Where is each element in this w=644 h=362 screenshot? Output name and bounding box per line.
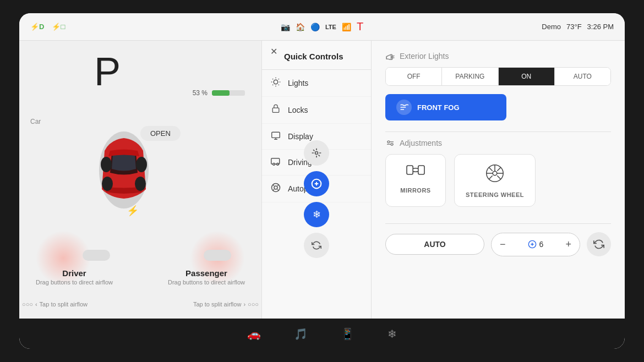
steering-label: STEERING WHEEL: [466, 191, 524, 198]
fog-icon: [396, 100, 412, 115]
quick-controls-title: Quick Controls: [262, 49, 371, 70]
fan-speed-value: 6: [539, 240, 544, 249]
lights-toggle-group: OFF PARKING ON AUTO: [385, 67, 611, 86]
nav-media-icon[interactable]: 🎵: [294, 327, 308, 341]
driver-seat-pill: [83, 250, 110, 261]
charge-icon-2: ⚡□: [52, 23, 65, 31]
dots-icon-left: ○○○: [22, 301, 33, 308]
mirrors-label: MIRRORS: [400, 187, 430, 194]
passenger-label-area: Passenger Drag buttons to direct airflow: [162, 268, 250, 286]
battery-bar: [212, 90, 245, 96]
svg-line-29: [391, 56, 395, 57]
front-fog-label: FRONT FOG: [417, 103, 460, 112]
driver-label-area: Driver Drag buttons to direct airflow: [30, 268, 118, 286]
svg-point-5: [274, 80, 278, 84]
status-right: Demo 73°F 3:26 PM: [371, 23, 614, 31]
bottom-nav: 🚗 🎵 📱 ❄: [19, 319, 625, 349]
status-bar: ⚡D ⚡□ 📷 🏠 🔵 LTE 📶 T Demo 73°F 3:26 PM: [19, 13, 625, 41]
fan-increase-btn[interactable]: +: [565, 239, 571, 250]
lights-auto-btn[interactable]: AUTO: [554, 68, 610, 85]
battery-fill: [212, 90, 230, 96]
arrow-left: ‹: [35, 301, 37, 308]
climate-side-controls: ❄: [262, 140, 371, 258]
lights-icon: [270, 77, 281, 89]
user-name: Demo: [542, 23, 561, 31]
charge-status-icon: ⚡: [127, 205, 139, 217]
svg-point-3: [102, 177, 113, 191]
fan-icon: [528, 240, 537, 249]
home-icon: 🏠: [296, 23, 305, 31]
signal-icon: 📶: [342, 23, 351, 31]
svg-rect-37: [407, 166, 413, 174]
right-panel: Exterior Lights OFF PARKING ON AUTO FRON…: [372, 41, 625, 319]
fan-speed-control: − 6 +: [491, 233, 580, 256]
nav-car-icon[interactable]: 🚗: [247, 327, 261, 341]
airflow-area: Driver Drag buttons to direct airflow Pa…: [19, 231, 261, 319]
lights-parking-btn[interactable]: PARKING: [441, 68, 498, 85]
car-image-container: [74, 126, 173, 214]
tesla-logo: T: [357, 20, 363, 33]
charge-icon-1: ⚡D: [30, 23, 44, 31]
passenger-title: Passenger: [162, 268, 250, 278]
climate-row: AUTO − 6 +: [385, 223, 611, 256]
adjustments-header: Adjustments: [385, 139, 611, 147]
menu-item-locks[interactable]: Locks: [262, 97, 371, 124]
climate-vent-btn[interactable]: [304, 140, 329, 166]
adjustments-title: Adjustments: [400, 139, 442, 147]
svg-point-1: [101, 157, 112, 172]
exterior-lights-title: Exterior Lights: [400, 52, 449, 61]
svg-point-36: [391, 143, 393, 145]
fan-display: 6: [528, 240, 544, 249]
dots-icon-right: ○○○: [248, 301, 259, 308]
mirrors-svg: [405, 163, 427, 179]
passenger-seat-pill: [204, 250, 231, 261]
lte-indicator: LTE: [325, 24, 336, 30]
gear-indicator: P: [94, 49, 121, 94]
svg-point-35: [388, 141, 390, 143]
menu-item-lights[interactable]: Lights: [262, 70, 371, 97]
svg-point-26: [315, 152, 318, 155]
adjustments-icon: [385, 139, 395, 147]
auto-climate-btn[interactable]: AUTO: [385, 234, 484, 255]
mirrors-card[interactable]: MIRRORS: [385, 154, 446, 207]
exterior-lights-header: Exterior Lights: [385, 52, 611, 61]
car-label: Car: [30, 118, 41, 125]
media-icon: 📷: [281, 23, 290, 31]
fan-decrease-btn[interactable]: −: [500, 239, 506, 250]
status-left-icons: ⚡D ⚡□: [30, 23, 273, 31]
battery-container: 53 %: [193, 89, 245, 97]
climate-snowflake-btn[interactable]: ❄: [304, 202, 329, 227]
main-content: P 53 % Car OPEN: [19, 41, 625, 319]
recirculate-btn[interactable]: [587, 232, 611, 256]
left-panel: P 53 % Car OPEN: [19, 41, 261, 319]
svg-point-2: [136, 157, 147, 172]
mirrors-icon: [405, 163, 427, 183]
adjustments-grid: MIRRORS: [385, 154, 611, 207]
lights-label: Lights: [288, 79, 308, 87]
svg-line-13: [279, 79, 279, 79]
lights-off-btn[interactable]: OFF: [386, 68, 441, 85]
lights-on-btn[interactable]: ON: [498, 68, 554, 85]
driver-subtitle: Drag buttons to direct airflow: [30, 279, 118, 286]
display-label: Display: [288, 132, 313, 141]
climate-fan-btn[interactable]: [304, 171, 329, 196]
fog-svg: [400, 104, 408, 111]
nav-phone-icon[interactable]: 📱: [341, 327, 354, 341]
lights-section-icon: [385, 52, 395, 60]
climate-sync-btn[interactable]: [304, 233, 329, 258]
steering-wheel-card[interactable]: STEERING WHEEL: [454, 154, 536, 207]
recirculate-icon: [593, 239, 604, 250]
nav-climate-icon[interactable]: ❄: [388, 327, 397, 341]
front-fog-button[interactable]: FRONT FOG: [385, 94, 506, 120]
svg-line-12: [272, 85, 273, 85]
time-display: 3:26 PM: [587, 23, 614, 31]
svg-rect-14: [272, 108, 279, 112]
passenger-subtitle: Drag buttons to direct airflow: [162, 279, 250, 286]
svg-point-40: [493, 171, 497, 175]
tesla-screen: ⚡D ⚡□ 📷 🏠 🔵 LTE 📶 T Demo 73°F 3:26 PM P …: [19, 13, 625, 349]
svg-point-4: [135, 177, 146, 191]
close-button[interactable]: ✕: [270, 46, 277, 57]
svg-rect-15: [272, 132, 280, 138]
temperature-display: 73°F: [566, 23, 582, 31]
svg-rect-38: [418, 166, 424, 174]
